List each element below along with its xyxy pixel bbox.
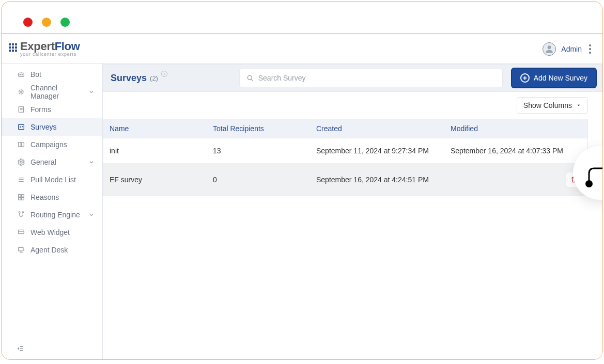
- svg-point-3: [22, 74, 23, 75]
- sidebar-item-label: Agent Desk: [30, 246, 68, 254]
- maximize-window-icon[interactable]: [60, 18, 70, 27]
- cell-name: EF survey: [103, 164, 207, 196]
- sidebar-item-bot[interactable]: Bot: [2, 66, 102, 83]
- svg-rect-12: [19, 198, 21, 200]
- table-row[interactable]: init 13 September 11, 2024 at 9:27:34 PM…: [103, 138, 587, 164]
- svg-point-9: [20, 161, 22, 163]
- sidebar-item-label: Campaigns: [30, 140, 67, 149]
- survey-count: (2): [150, 74, 158, 82]
- forms-icon: [17, 105, 25, 114]
- svg-point-2: [20, 74, 21, 75]
- sidebar-item-forms[interactable]: Forms: [2, 101, 102, 118]
- svg-rect-17: [19, 247, 23, 251]
- sidebar-item-reasons[interactable]: Reasons: [2, 188, 102, 206]
- sidebar-item-label: General: [30, 158, 56, 166]
- campaigns-icon: [17, 140, 25, 149]
- cell-created: September 16, 2024 at 4:24:51 PM: [310, 164, 444, 196]
- surveys-table: Name Total Recipients Created Modified i…: [103, 119, 588, 196]
- cell-modified: September 16, 2024 at 4:07:33 PM: [444, 138, 587, 164]
- svg-rect-1: [19, 73, 24, 76]
- agent-desk-icon: [17, 246, 25, 254]
- sidebar-item-label: Channel Manager: [30, 84, 83, 100]
- brand-name: ExpertFlow: [20, 41, 80, 52]
- widget-icon: [17, 228, 25, 236]
- column-created[interactable]: Created: [310, 119, 444, 138]
- info-icon[interactable]: i: [161, 71, 167, 77]
- chevron-down-icon: [88, 89, 95, 95]
- search-icon: [246, 74, 254, 82]
- show-columns-button[interactable]: Show Columns: [517, 97, 588, 114]
- sidebar-item-label: Pull Mode List: [30, 176, 76, 184]
- sidebar-item-label: Reasons: [30, 193, 59, 201]
- svg-rect-11: [22, 195, 24, 197]
- svg-rect-6: [19, 124, 24, 129]
- sidebar-item-channel-manager[interactable]: Channel Manager: [2, 83, 102, 101]
- svg-point-4: [21, 91, 22, 93]
- brand-tagline: your callcenter experts: [20, 52, 80, 57]
- browser-window: ExpertFlow your callcenter experts Admin: [1, 1, 603, 360]
- close-window-icon[interactable]: [23, 18, 33, 27]
- svg-point-0: [548, 45, 551, 49]
- window-titlebar: [2, 2, 602, 34]
- sidebar: Bot Channel Manager Forms: [2, 64, 103, 359]
- sidebar-item-label: Routing Engine: [30, 211, 80, 219]
- more-menu-icon[interactable]: [587, 42, 593, 56]
- sidebar-item-web-widget[interactable]: Web Widget: [2, 224, 102, 241]
- caret-down-icon: [576, 103, 581, 108]
- cell-recipients: 13: [207, 138, 310, 164]
- bot-icon: [17, 70, 25, 78]
- topbar: ExpertFlow your callcenter experts Admin: [2, 35, 602, 64]
- add-survey-label: Add New Survey: [534, 74, 587, 82]
- username-label[interactable]: Admin: [561, 45, 582, 53]
- channel-icon: [17, 88, 25, 96]
- svg-point-15: [22, 212, 24, 213]
- pull-mode-icon: [17, 176, 25, 184]
- gear-icon: [17, 158, 25, 166]
- page-title: Surveys (2) i: [111, 73, 167, 84]
- avatar[interactable]: [543, 42, 556, 56]
- app-shell: ExpertFlow your callcenter experts Admin: [2, 34, 602, 359]
- routing-icon: [17, 211, 25, 219]
- search-input-wrapper[interactable]: [239, 69, 503, 87]
- plus-circle-icon: +: [520, 73, 530, 83]
- table-header-row: Name Total Recipients Created Modified: [103, 119, 587, 138]
- sidebar-item-campaigns[interactable]: Campaigns: [2, 136, 102, 153]
- chevron-down-icon: [88, 212, 95, 218]
- sidebar-item-pull-mode[interactable]: Pull Mode List: [2, 171, 102, 188]
- logo-grid-icon: [9, 43, 17, 52]
- svg-rect-8: [22, 143, 24, 147]
- collapse-sidebar-icon[interactable]: [16, 345, 25, 352]
- show-columns-label: Show Columns: [523, 101, 572, 109]
- add-survey-button[interactable]: + Add New Survey: [511, 68, 597, 88]
- sidebar-item-label: Surveys: [30, 123, 57, 131]
- chevron-down-icon: [88, 159, 95, 165]
- svg-point-18: [247, 75, 252, 80]
- sidebar-item-surveys[interactable]: Surveys: [2, 118, 102, 136]
- sidebar-item-routing[interactable]: Routing Engine: [2, 206, 102, 224]
- sidebar-item-general[interactable]: General: [2, 153, 102, 171]
- sidebar-item-label: Bot: [30, 70, 41, 78]
- column-name[interactable]: Name: [103, 119, 207, 138]
- sidebar-item-label: Web Widget: [30, 228, 70, 236]
- cell-created: September 11, 2024 at 9:27:34 PM: [310, 138, 444, 164]
- sidebar-item-label: Forms: [30, 105, 51, 114]
- page-toolbar: Surveys (2) i + Add New Survey: [103, 64, 602, 92]
- svg-point-14: [19, 212, 20, 213]
- minimize-window-icon[interactable]: [42, 18, 51, 27]
- table-row[interactable]: EF survey 0 September 16, 2024 at 4:24:5…: [103, 164, 587, 196]
- column-recipients[interactable]: Total Recipients: [207, 119, 310, 138]
- cell-recipients: 0: [207, 164, 310, 196]
- svg-rect-10: [19, 195, 21, 197]
- surveys-icon: [17, 123, 25, 131]
- arrow-path-icon: [582, 155, 602, 191]
- svg-rect-16: [19, 230, 24, 233]
- column-modified[interactable]: Modified: [444, 119, 587, 138]
- search-input[interactable]: [258, 74, 496, 82]
- sidebar-item-agent-desk[interactable]: Agent Desk: [2, 241, 102, 259]
- cell-name: init: [103, 138, 207, 164]
- main-content: Surveys (2) i + Add New Survey: [103, 64, 602, 359]
- svg-point-19: [585, 180, 593, 187]
- brand-logo: ExpertFlow your callcenter experts: [9, 41, 80, 57]
- svg-rect-13: [22, 198, 24, 200]
- reasons-icon: [17, 193, 25, 201]
